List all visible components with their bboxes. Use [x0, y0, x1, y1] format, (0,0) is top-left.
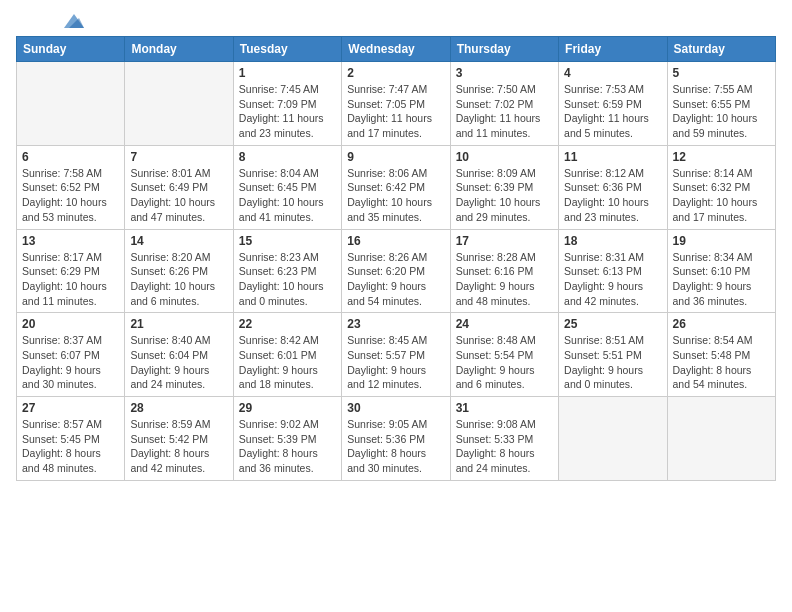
calendar-cell: 31Sunrise: 9:08 AM Sunset: 5:33 PM Dayli… — [450, 397, 558, 481]
calendar-cell: 5Sunrise: 7:55 AM Sunset: 6:55 PM Daylig… — [667, 62, 775, 146]
calendar-cell: 18Sunrise: 8:31 AM Sunset: 6:13 PM Dayli… — [559, 229, 667, 313]
day-info: Sunrise: 7:55 AM Sunset: 6:55 PM Dayligh… — [673, 82, 770, 141]
day-number: 3 — [456, 66, 553, 80]
calendar-cell: 10Sunrise: 8:09 AM Sunset: 6:39 PM Dayli… — [450, 145, 558, 229]
calendar-cell: 7Sunrise: 8:01 AM Sunset: 6:49 PM Daylig… — [125, 145, 233, 229]
day-info: Sunrise: 8:06 AM Sunset: 6:42 PM Dayligh… — [347, 166, 444, 225]
calendar-week-row: 13Sunrise: 8:17 AM Sunset: 6:29 PM Dayli… — [17, 229, 776, 313]
day-info: Sunrise: 8:57 AM Sunset: 5:45 PM Dayligh… — [22, 417, 119, 476]
day-number: 12 — [673, 150, 770, 164]
day-of-week-header: Thursday — [450, 37, 558, 62]
day-number: 8 — [239, 150, 336, 164]
day-number: 31 — [456, 401, 553, 415]
day-info: Sunrise: 8:14 AM Sunset: 6:32 PM Dayligh… — [673, 166, 770, 225]
day-of-week-header: Tuesday — [233, 37, 341, 62]
day-number: 30 — [347, 401, 444, 415]
day-number: 25 — [564, 317, 661, 331]
day-info: Sunrise: 8:42 AM Sunset: 6:01 PM Dayligh… — [239, 333, 336, 392]
day-number: 24 — [456, 317, 553, 331]
day-number: 28 — [130, 401, 227, 415]
calendar-cell: 15Sunrise: 8:23 AM Sunset: 6:23 PM Dayli… — [233, 229, 341, 313]
day-info: Sunrise: 9:05 AM Sunset: 5:36 PM Dayligh… — [347, 417, 444, 476]
day-info: Sunrise: 8:04 AM Sunset: 6:45 PM Dayligh… — [239, 166, 336, 225]
day-number: 18 — [564, 234, 661, 248]
day-info: Sunrise: 8:26 AM Sunset: 6:20 PM Dayligh… — [347, 250, 444, 309]
day-info: Sunrise: 8:34 AM Sunset: 6:10 PM Dayligh… — [673, 250, 770, 309]
calendar-cell: 20Sunrise: 8:37 AM Sunset: 6:07 PM Dayli… — [17, 313, 125, 397]
logo — [16, 16, 84, 28]
day-number: 5 — [673, 66, 770, 80]
calendar-cell: 1Sunrise: 7:45 AM Sunset: 7:09 PM Daylig… — [233, 62, 341, 146]
day-info: Sunrise: 7:53 AM Sunset: 6:59 PM Dayligh… — [564, 82, 661, 141]
day-number: 16 — [347, 234, 444, 248]
day-info: Sunrise: 8:48 AM Sunset: 5:54 PM Dayligh… — [456, 333, 553, 392]
day-info: Sunrise: 7:58 AM Sunset: 6:52 PM Dayligh… — [22, 166, 119, 225]
day-info: Sunrise: 9:02 AM Sunset: 5:39 PM Dayligh… — [239, 417, 336, 476]
day-number: 6 — [22, 150, 119, 164]
calendar-header-row: SundayMondayTuesdayWednesdayThursdayFrid… — [17, 37, 776, 62]
calendar-cell: 25Sunrise: 8:51 AM Sunset: 5:51 PM Dayli… — [559, 313, 667, 397]
calendar-cell: 9Sunrise: 8:06 AM Sunset: 6:42 PM Daylig… — [342, 145, 450, 229]
calendar-cell: 19Sunrise: 8:34 AM Sunset: 6:10 PM Dayli… — [667, 229, 775, 313]
day-of-week-header: Monday — [125, 37, 233, 62]
calendar-cell — [559, 397, 667, 481]
day-info: Sunrise: 8:17 AM Sunset: 6:29 PM Dayligh… — [22, 250, 119, 309]
day-info: Sunrise: 7:47 AM Sunset: 7:05 PM Dayligh… — [347, 82, 444, 141]
day-info: Sunrise: 8:28 AM Sunset: 6:16 PM Dayligh… — [456, 250, 553, 309]
day-info: Sunrise: 8:09 AM Sunset: 6:39 PM Dayligh… — [456, 166, 553, 225]
day-info: Sunrise: 9:08 AM Sunset: 5:33 PM Dayligh… — [456, 417, 553, 476]
logo-icon — [64, 14, 84, 28]
calendar-cell: 8Sunrise: 8:04 AM Sunset: 6:45 PM Daylig… — [233, 145, 341, 229]
day-info: Sunrise: 8:23 AM Sunset: 6:23 PM Dayligh… — [239, 250, 336, 309]
calendar-cell: 22Sunrise: 8:42 AM Sunset: 6:01 PM Dayli… — [233, 313, 341, 397]
day-number: 4 — [564, 66, 661, 80]
day-number: 1 — [239, 66, 336, 80]
calendar-cell: 26Sunrise: 8:54 AM Sunset: 5:48 PM Dayli… — [667, 313, 775, 397]
day-number: 17 — [456, 234, 553, 248]
day-number: 13 — [22, 234, 119, 248]
day-number: 19 — [673, 234, 770, 248]
calendar-table: SundayMondayTuesdayWednesdayThursdayFrid… — [16, 36, 776, 481]
day-number: 27 — [22, 401, 119, 415]
day-number: 23 — [347, 317, 444, 331]
calendar-cell: 12Sunrise: 8:14 AM Sunset: 6:32 PM Dayli… — [667, 145, 775, 229]
day-number: 20 — [22, 317, 119, 331]
day-info: Sunrise: 7:45 AM Sunset: 7:09 PM Dayligh… — [239, 82, 336, 141]
day-info: Sunrise: 8:01 AM Sunset: 6:49 PM Dayligh… — [130, 166, 227, 225]
calendar-week-row: 20Sunrise: 8:37 AM Sunset: 6:07 PM Dayli… — [17, 313, 776, 397]
day-info: Sunrise: 8:40 AM Sunset: 6:04 PM Dayligh… — [130, 333, 227, 392]
day-number: 22 — [239, 317, 336, 331]
calendar-cell: 2Sunrise: 7:47 AM Sunset: 7:05 PM Daylig… — [342, 62, 450, 146]
day-number: 15 — [239, 234, 336, 248]
calendar-cell — [17, 62, 125, 146]
day-of-week-header: Sunday — [17, 37, 125, 62]
day-info: Sunrise: 8:45 AM Sunset: 5:57 PM Dayligh… — [347, 333, 444, 392]
day-info: Sunrise: 8:54 AM Sunset: 5:48 PM Dayligh… — [673, 333, 770, 392]
page-header — [16, 16, 776, 28]
calendar-cell: 30Sunrise: 9:05 AM Sunset: 5:36 PM Dayli… — [342, 397, 450, 481]
calendar-cell — [667, 397, 775, 481]
day-number: 26 — [673, 317, 770, 331]
day-info: Sunrise: 8:59 AM Sunset: 5:42 PM Dayligh… — [130, 417, 227, 476]
calendar-cell: 29Sunrise: 9:02 AM Sunset: 5:39 PM Dayli… — [233, 397, 341, 481]
day-number: 9 — [347, 150, 444, 164]
day-number: 10 — [456, 150, 553, 164]
day-number: 14 — [130, 234, 227, 248]
calendar-cell: 21Sunrise: 8:40 AM Sunset: 6:04 PM Dayli… — [125, 313, 233, 397]
calendar-cell: 4Sunrise: 7:53 AM Sunset: 6:59 PM Daylig… — [559, 62, 667, 146]
calendar-cell: 14Sunrise: 8:20 AM Sunset: 6:26 PM Dayli… — [125, 229, 233, 313]
day-number: 7 — [130, 150, 227, 164]
calendar-cell: 11Sunrise: 8:12 AM Sunset: 6:36 PM Dayli… — [559, 145, 667, 229]
calendar-week-row: 6Sunrise: 7:58 AM Sunset: 6:52 PM Daylig… — [17, 145, 776, 229]
calendar-cell: 23Sunrise: 8:45 AM Sunset: 5:57 PM Dayli… — [342, 313, 450, 397]
calendar-week-row: 1Sunrise: 7:45 AM Sunset: 7:09 PM Daylig… — [17, 62, 776, 146]
calendar-cell — [125, 62, 233, 146]
calendar-cell: 28Sunrise: 8:59 AM Sunset: 5:42 PM Dayli… — [125, 397, 233, 481]
day-number: 21 — [130, 317, 227, 331]
day-info: Sunrise: 8:51 AM Sunset: 5:51 PM Dayligh… — [564, 333, 661, 392]
calendar-cell: 17Sunrise: 8:28 AM Sunset: 6:16 PM Dayli… — [450, 229, 558, 313]
day-info: Sunrise: 7:50 AM Sunset: 7:02 PM Dayligh… — [456, 82, 553, 141]
day-info: Sunrise: 8:12 AM Sunset: 6:36 PM Dayligh… — [564, 166, 661, 225]
calendar-cell: 24Sunrise: 8:48 AM Sunset: 5:54 PM Dayli… — [450, 313, 558, 397]
day-number: 11 — [564, 150, 661, 164]
